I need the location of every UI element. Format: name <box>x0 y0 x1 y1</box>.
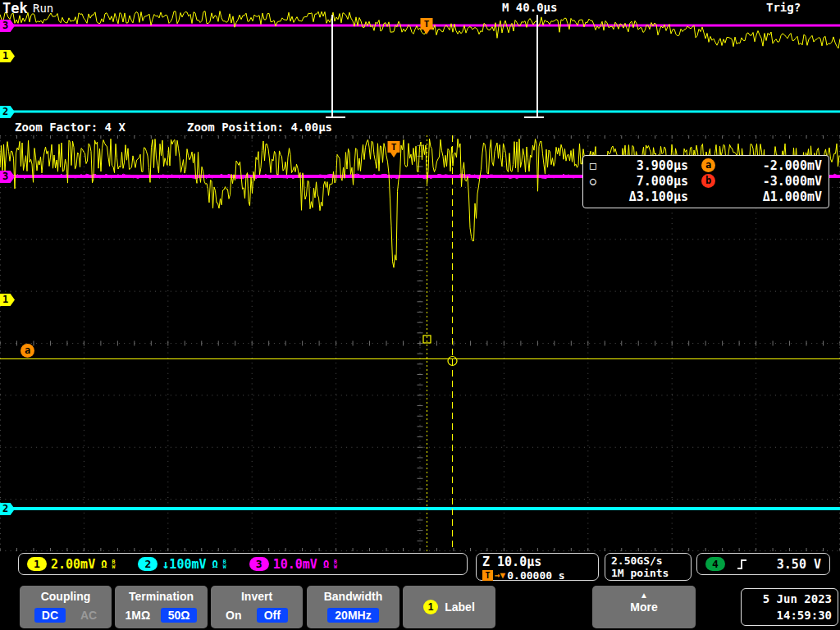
cursor-b-voltage: -3.000mV <box>715 174 822 189</box>
more-title: More <box>592 600 696 614</box>
termination-title: Termination <box>115 590 208 603</box>
bandwidth-title: Bandwidth <box>307 590 399 603</box>
zoom-timebase-box: Z 10.0μs T →▼ 0.00000 s <box>476 553 599 581</box>
rising-edge-icon <box>737 558 747 571</box>
trigger-position-arrow-icon: →▼ <box>495 570 505 581</box>
cursor-b-badge: b <box>701 174 715 188</box>
ch3-bandwidth-icon: B W <box>334 559 337 569</box>
more-button[interactable]: ▲ More <box>592 586 696 628</box>
cursor-a-row: □ 3.900μs a -2.000mV <box>590 158 822 173</box>
termination-button[interactable]: Termination 1MΩ 50Ω <box>115 586 208 628</box>
ch2-badge: 2 <box>138 557 158 571</box>
coupling-ac-option[interactable]: AC <box>80 609 97 622</box>
ch3-impedance: Ω <box>323 559 329 570</box>
cursor-a-voltage: -2.000mV <box>715 158 822 173</box>
svg-text:T: T <box>424 19 430 30</box>
ch2-readout: 2 ↓100mV Ω B W <box>138 557 226 572</box>
zoom-timebase-readout: Z 10.0μs <box>482 555 592 569</box>
ch1-readout: 1 2.00mV Ω B W <box>27 557 115 572</box>
trigger-position-readout: 0.00000 s <box>507 569 564 582</box>
coupling-button[interactable]: Coupling DC AC <box>20 586 112 628</box>
cursor-b-time: 7.000μs <box>608 174 688 189</box>
bandwidth-20mhz-option[interactable]: 20MHz <box>327 608 378 623</box>
trigger-position-row: T →▼ 0.00000 s <box>482 569 592 582</box>
trigger-readout-box: 4 3.50 V <box>696 553 830 575</box>
main-timebase-readout: M 40.0μs <box>502 1 557 14</box>
trigger-t-icon: T <box>482 570 493 581</box>
cursor-readout-box: □ 3.900μs a -2.000mV ○ 7.000μs b -3.000m… <box>582 155 829 208</box>
sample-rate-readout: 2.50GS/s <box>611 555 685 567</box>
ch2-bandwidth-icon: B W <box>223 559 226 569</box>
label-title: Label <box>445 600 475 614</box>
cursor-a-square-icon: □ <box>590 159 608 171</box>
bw-w: W <box>223 564 226 569</box>
datetime-box: 5 Jun 2023 14:59:30 <box>741 588 838 626</box>
termination-50ohm-option[interactable]: 50Ω <box>161 608 198 623</box>
cursor-b-row: ○ 7.000μs b -3.000mV <box>590 173 822 189</box>
ch3-badge: 3 <box>249 557 269 571</box>
channel-readout-box: 1 2.00mV Ω B W 2 ↓100mV Ω B W 3 10.0mV Ω… <box>18 553 468 575</box>
cursor-delta-time: Δ3.100μs <box>608 189 688 204</box>
zoom-factor-label: Zoom Factor: 4 X <box>15 121 126 134</box>
ch2-impedance: Ω <box>212 559 218 570</box>
coupling-dc-option[interactable]: DC <box>34 608 66 623</box>
oscilloscope-screen: T T Tek Run M 40.0μs Trig? Zoom Factor: … <box>0 0 840 630</box>
bandwidth-button[interactable]: Bandwidth 20MHz <box>307 586 399 628</box>
tek-logo: Tek <box>2 0 28 16</box>
ch2-scale: ↓100mV <box>162 557 206 572</box>
ch1-badge: 1 <box>27 557 47 571</box>
cursor-a-badge: a <box>701 158 715 172</box>
acquisition-box: 2.50GS/s 1M points <box>605 553 692 581</box>
zoom-position-label: Zoom Position: 4.00μs <box>187 121 332 134</box>
svg-text:T: T <box>391 142 397 153</box>
record-length-readout: 1M points <box>611 567 685 579</box>
cursor-b-circle-icon: ○ <box>590 175 608 187</box>
cursor-a-level-marker: a <box>21 344 34 358</box>
cursor-delta-row: Δ3.100μs Δ1.000mV <box>590 189 822 204</box>
bw-w: W <box>334 564 337 569</box>
invert-title: Invert <box>211 590 303 603</box>
invert-on-option[interactable]: On <box>226 609 241 622</box>
time-readout: 14:59:30 <box>747 607 832 623</box>
cursor-a-time: 3.900μs <box>608 158 688 173</box>
date-readout: 5 Jun 2023 <box>747 591 832 607</box>
invert-button[interactable]: Invert On Off <box>211 586 303 628</box>
spacer <box>701 189 715 203</box>
ch1-impedance: Ω <box>101 559 107 570</box>
cursor-delta-voltage: Δ1.000mV <box>715 189 822 204</box>
ch1-scale: 2.00mV <box>51 557 95 572</box>
coupling-title: Coupling <box>20 590 112 603</box>
trigger-source-badge: 4 <box>705 557 725 571</box>
trigger-level-readout: 3.50 V <box>777 557 821 572</box>
label-ch1-badge: 1 <box>423 600 438 614</box>
ch3-readout: 3 10.0mV Ω B W <box>249 557 337 572</box>
bw-w: W <box>112 564 115 569</box>
trigger-status: Trig? <box>766 1 801 14</box>
invert-off-option[interactable]: Off <box>257 608 288 623</box>
chevron-up-icon: ▲ <box>592 591 696 600</box>
termination-1mohm-option[interactable]: 1MΩ <box>126 609 151 622</box>
zoom-info-row: Zoom Factor: 4 X Zoom Position: 4.00μs <box>0 121 840 135</box>
ch1-bandwidth-icon: B W <box>112 559 115 569</box>
ch3-scale: 10.0mV <box>273 557 317 572</box>
label-button[interactable]: 1 Label <box>403 586 495 628</box>
overview-waveform-window: T <box>0 0 840 120</box>
acquisition-status: Run <box>33 2 53 15</box>
